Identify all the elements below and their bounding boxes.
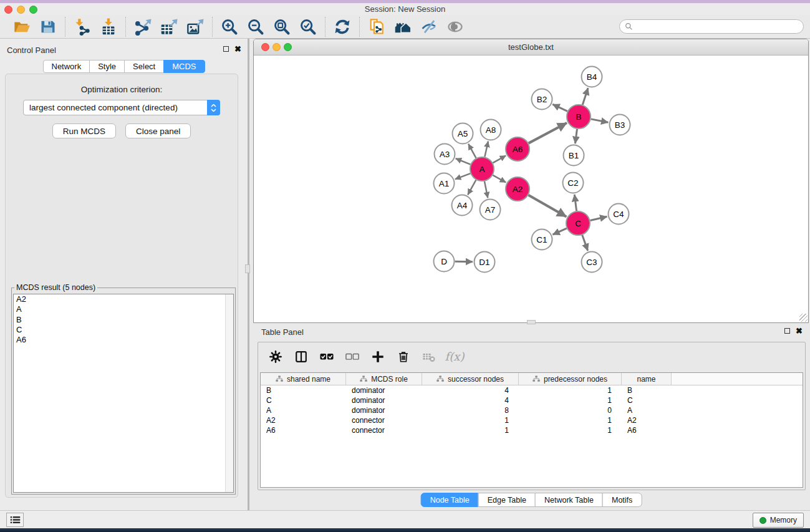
cell-successor-nodes[interactable]: 8 bbox=[422, 405, 519, 415]
table-row[interactable]: Adominator80A bbox=[261, 405, 803, 415]
tab-motifs[interactable]: Motifs bbox=[602, 493, 642, 507]
float-panel-icon[interactable] bbox=[223, 46, 229, 52]
cell-mcds-role[interactable]: dominator bbox=[346, 405, 422, 415]
window-resize-grip[interactable] bbox=[799, 314, 808, 322]
show-graphics-details-icon[interactable] bbox=[446, 17, 465, 36]
result-item[interactable]: C bbox=[14, 325, 233, 335]
column-header-name[interactable]: name bbox=[622, 373, 672, 385]
search-box[interactable] bbox=[619, 19, 804, 34]
memory-button[interactable]: Memory bbox=[753, 513, 804, 528]
table-row[interactable]: Bdominator41B bbox=[261, 385, 803, 395]
cell-name[interactable]: C bbox=[622, 395, 672, 405]
column-header-predecessor-nodes[interactable]: predecessor nodes bbox=[519, 373, 622, 385]
cell-predecessor-nodes[interactable]: 1 bbox=[519, 415, 622, 425]
cell-name[interactable]: A bbox=[622, 405, 672, 415]
zoom-out-icon[interactable] bbox=[246, 17, 265, 36]
tab-style[interactable]: Style bbox=[89, 60, 125, 73]
result-item[interactable]: A2 bbox=[14, 294, 233, 304]
column-chooser-icon[interactable] bbox=[294, 349, 309, 364]
delete-row-icon[interactable] bbox=[396, 349, 411, 364]
deselect-all-checkboxes-icon[interactable] bbox=[345, 349, 360, 364]
tab-node-table[interactable]: Node Table bbox=[421, 493, 479, 507]
control-panel-header: Control Panel ✖ bbox=[0, 44, 248, 57]
cell-successor-nodes[interactable]: 1 bbox=[422, 415, 519, 425]
add-row-icon[interactable] bbox=[370, 349, 385, 364]
cell-predecessor-nodes[interactable]: 1 bbox=[519, 395, 622, 405]
cell-predecessor-nodes[interactable]: 1 bbox=[519, 385, 622, 395]
tab-edge-table[interactable]: Edge Table bbox=[478, 493, 536, 507]
cell-mcds-role[interactable]: connector bbox=[346, 415, 422, 425]
cell-mcds-role[interactable]: dominator bbox=[346, 385, 422, 395]
tab-select[interactable]: Select bbox=[124, 60, 164, 73]
run-mcds-button[interactable]: Run MCDS bbox=[52, 123, 116, 138]
search-input[interactable] bbox=[636, 22, 798, 31]
hide-graphics-details-icon[interactable] bbox=[420, 17, 438, 36]
cell-predecessor-nodes[interactable]: 1 bbox=[519, 425, 622, 435]
tab-network-table[interactable]: Network Table bbox=[535, 493, 603, 507]
float-panel-icon[interactable] bbox=[784, 328, 790, 334]
cell-successor-nodes[interactable]: 4 bbox=[422, 385, 519, 395]
table-row[interactable]: A2connector11A2 bbox=[261, 415, 803, 425]
open-file-icon[interactable] bbox=[12, 17, 31, 36]
select-all-checkboxes-icon[interactable] bbox=[319, 349, 334, 364]
delete-table-icon bbox=[422, 349, 436, 364]
zoom-fit-icon[interactable] bbox=[272, 17, 291, 36]
edge-B-B1 bbox=[575, 129, 577, 143]
new-network-from-selection-icon[interactable] bbox=[367, 17, 386, 36]
save-session-icon[interactable] bbox=[39, 17, 57, 36]
cell-shared-name[interactable]: A2 bbox=[261, 415, 346, 425]
edge-A6-B bbox=[529, 123, 567, 143]
cell-shared-name[interactable]: B bbox=[261, 385, 346, 395]
import-table-icon[interactable] bbox=[99, 17, 118, 36]
cell-mcds-role[interactable]: dominator bbox=[346, 395, 422, 405]
close-panel-button[interactable]: Close panel bbox=[125, 123, 191, 138]
cell-successor-nodes[interactable]: 1 bbox=[422, 425, 519, 435]
scrollbar-track[interactable] bbox=[225, 294, 233, 492]
edge-A-A2 bbox=[493, 175, 506, 183]
mcds-result-list[interactable]: A2ABCA6 bbox=[13, 294, 234, 493]
table-panel-title: Table Panel bbox=[261, 327, 304, 337]
cell-name[interactable]: B bbox=[622, 385, 672, 395]
cell-shared-name[interactable]: A bbox=[261, 405, 346, 415]
close-panel-icon[interactable]: ✖ bbox=[234, 46, 241, 52]
criterion-select[interactable]: largest connected component (directed) bbox=[23, 100, 220, 115]
table-row[interactable]: A6connector11A6 bbox=[261, 425, 803, 435]
result-item[interactable]: B bbox=[14, 315, 233, 325]
column-label: MCDS role bbox=[371, 375, 408, 384]
tab-network[interactable]: Network bbox=[42, 60, 90, 73]
table-toolbar: f(x) bbox=[258, 342, 805, 370]
export-network-icon[interactable] bbox=[133, 17, 152, 36]
edge-A-A5 bbox=[468, 144, 476, 158]
cell-shared-name[interactable]: C bbox=[261, 395, 346, 405]
network-window-titlebar[interactable]: testGlobe.txt bbox=[254, 39, 808, 56]
refresh-icon[interactable] bbox=[333, 17, 352, 36]
close-panel-icon[interactable]: ✖ bbox=[796, 327, 803, 334]
first-neighbors-icon[interactable] bbox=[393, 17, 412, 36]
result-item[interactable]: A6 bbox=[14, 335, 233, 345]
column-header-shared-name[interactable]: shared name bbox=[261, 373, 346, 385]
cell-name[interactable]: A6 bbox=[622, 425, 672, 435]
tab-mcds[interactable]: MCDS bbox=[163, 60, 205, 73]
vertical-splitter-handle[interactable] bbox=[245, 264, 250, 273]
table-row[interactable]: Cdominator41C bbox=[261, 395, 803, 405]
node-label: C bbox=[575, 219, 581, 228]
import-network-icon[interactable] bbox=[73, 17, 92, 36]
cell-successor-nodes[interactable]: 4 bbox=[422, 395, 519, 405]
zoom-selected-icon[interactable] bbox=[299, 17, 317, 36]
zoom-in-icon[interactable] bbox=[220, 17, 239, 36]
settings-gear-icon[interactable] bbox=[268, 349, 283, 364]
cell-mcds-role[interactable]: connector bbox=[346, 425, 422, 435]
vertical-splitter[interactable] bbox=[248, 39, 249, 510]
column-header-mcds-role[interactable]: MCDS role bbox=[346, 373, 422, 385]
cell-shared-name[interactable]: A6 bbox=[261, 425, 346, 435]
task-history-button[interactable] bbox=[6, 513, 24, 527]
export-table-icon[interactable] bbox=[160, 17, 178, 36]
edge-A-A1 bbox=[455, 173, 471, 179]
result-item[interactable]: A bbox=[14, 304, 233, 314]
network-canvas[interactable]: AA1A2A3A4A5A6A7A8BB1B2B3B4CC1C2C3C4DD1 bbox=[254, 56, 808, 322]
cell-name[interactable]: A2 bbox=[622, 415, 672, 425]
column-header-successor-nodes[interactable]: successor nodes bbox=[422, 373, 519, 385]
export-image-icon[interactable] bbox=[186, 17, 205, 36]
cell-predecessor-nodes[interactable]: 0 bbox=[519, 405, 622, 415]
horizontal-splitter-handle[interactable] bbox=[527, 320, 536, 324]
